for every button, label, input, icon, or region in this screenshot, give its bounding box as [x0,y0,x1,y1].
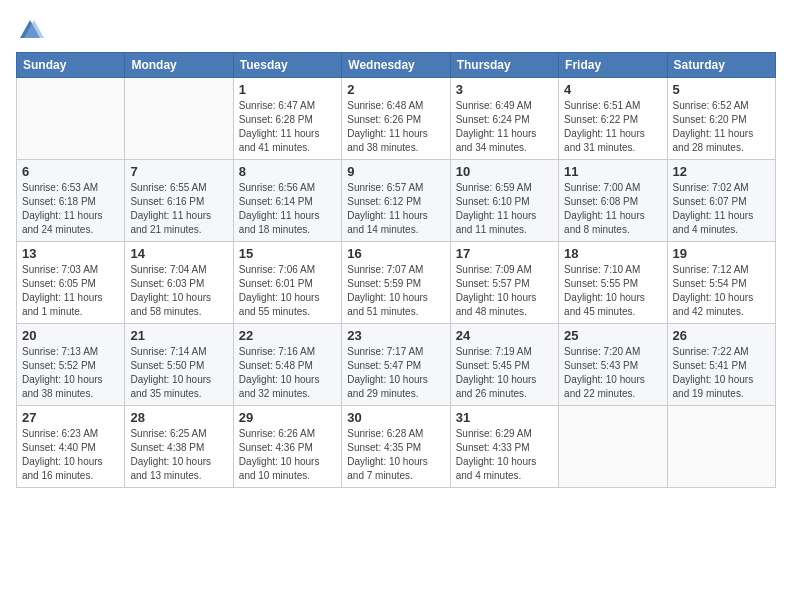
day-header-saturday: Saturday [667,53,775,78]
day-header-wednesday: Wednesday [342,53,450,78]
day-number: 30 [347,410,444,425]
day-number: 16 [347,246,444,261]
day-number: 24 [456,328,553,343]
day-number: 5 [673,82,770,97]
day-number: 1 [239,82,336,97]
day-info: Sunrise: 6:55 AM Sunset: 6:16 PM Dayligh… [130,181,227,237]
calendar-cell: 7Sunrise: 6:55 AM Sunset: 6:16 PM Daylig… [125,160,233,242]
calendar-body: 1Sunrise: 6:47 AM Sunset: 6:28 PM Daylig… [17,78,776,488]
calendar-cell: 19Sunrise: 7:12 AM Sunset: 5:54 PM Dayli… [667,242,775,324]
day-info: Sunrise: 7:10 AM Sunset: 5:55 PM Dayligh… [564,263,661,319]
day-header-thursday: Thursday [450,53,558,78]
day-number: 11 [564,164,661,179]
day-info: Sunrise: 6:59 AM Sunset: 6:10 PM Dayligh… [456,181,553,237]
calendar-week-row: 13Sunrise: 7:03 AM Sunset: 6:05 PM Dayli… [17,242,776,324]
calendar-cell: 31Sunrise: 6:29 AM Sunset: 4:33 PM Dayli… [450,406,558,488]
calendar-cell: 17Sunrise: 7:09 AM Sunset: 5:57 PM Dayli… [450,242,558,324]
day-info: Sunrise: 7:16 AM Sunset: 5:48 PM Dayligh… [239,345,336,401]
day-number: 17 [456,246,553,261]
calendar-table: SundayMondayTuesdayWednesdayThursdayFrid… [16,52,776,488]
calendar-cell: 24Sunrise: 7:19 AM Sunset: 5:45 PM Dayli… [450,324,558,406]
calendar-cell: 10Sunrise: 6:59 AM Sunset: 6:10 PM Dayli… [450,160,558,242]
day-info: Sunrise: 7:03 AM Sunset: 6:05 PM Dayligh… [22,263,119,319]
day-info: Sunrise: 7:14 AM Sunset: 5:50 PM Dayligh… [130,345,227,401]
calendar-week-row: 1Sunrise: 6:47 AM Sunset: 6:28 PM Daylig… [17,78,776,160]
day-header-friday: Friday [559,53,667,78]
logo-icon [16,16,44,44]
day-info: Sunrise: 6:49 AM Sunset: 6:24 PM Dayligh… [456,99,553,155]
calendar-cell: 18Sunrise: 7:10 AM Sunset: 5:55 PM Dayli… [559,242,667,324]
day-number: 15 [239,246,336,261]
day-info: Sunrise: 6:56 AM Sunset: 6:14 PM Dayligh… [239,181,336,237]
calendar-header-row: SundayMondayTuesdayWednesdayThursdayFrid… [17,53,776,78]
calendar-cell [125,78,233,160]
day-info: Sunrise: 6:53 AM Sunset: 6:18 PM Dayligh… [22,181,119,237]
calendar-cell: 29Sunrise: 6:26 AM Sunset: 4:36 PM Dayli… [233,406,341,488]
day-number: 29 [239,410,336,425]
calendar-cell: 16Sunrise: 7:07 AM Sunset: 5:59 PM Dayli… [342,242,450,324]
day-number: 18 [564,246,661,261]
calendar-cell: 3Sunrise: 6:49 AM Sunset: 6:24 PM Daylig… [450,78,558,160]
calendar-cell: 8Sunrise: 6:56 AM Sunset: 6:14 PM Daylig… [233,160,341,242]
calendar-cell: 2Sunrise: 6:48 AM Sunset: 6:26 PM Daylig… [342,78,450,160]
calendar-cell [17,78,125,160]
day-info: Sunrise: 7:07 AM Sunset: 5:59 PM Dayligh… [347,263,444,319]
day-info: Sunrise: 6:51 AM Sunset: 6:22 PM Dayligh… [564,99,661,155]
day-number: 23 [347,328,444,343]
day-number: 31 [456,410,553,425]
logo [16,16,48,44]
day-number: 20 [22,328,119,343]
day-info: Sunrise: 7:06 AM Sunset: 6:01 PM Dayligh… [239,263,336,319]
day-info: Sunrise: 6:47 AM Sunset: 6:28 PM Dayligh… [239,99,336,155]
day-number: 28 [130,410,227,425]
calendar-cell: 28Sunrise: 6:25 AM Sunset: 4:38 PM Dayli… [125,406,233,488]
day-info: Sunrise: 6:29 AM Sunset: 4:33 PM Dayligh… [456,427,553,483]
calendar-cell: 26Sunrise: 7:22 AM Sunset: 5:41 PM Dayli… [667,324,775,406]
day-number: 3 [456,82,553,97]
day-number: 9 [347,164,444,179]
day-info: Sunrise: 7:20 AM Sunset: 5:43 PM Dayligh… [564,345,661,401]
day-info: Sunrise: 7:13 AM Sunset: 5:52 PM Dayligh… [22,345,119,401]
calendar-cell: 15Sunrise: 7:06 AM Sunset: 6:01 PM Dayli… [233,242,341,324]
day-info: Sunrise: 7:02 AM Sunset: 6:07 PM Dayligh… [673,181,770,237]
day-info: Sunrise: 6:25 AM Sunset: 4:38 PM Dayligh… [130,427,227,483]
day-number: 13 [22,246,119,261]
day-info: Sunrise: 7:04 AM Sunset: 6:03 PM Dayligh… [130,263,227,319]
calendar-cell: 5Sunrise: 6:52 AM Sunset: 6:20 PM Daylig… [667,78,775,160]
day-number: 8 [239,164,336,179]
day-number: 14 [130,246,227,261]
day-number: 7 [130,164,227,179]
day-info: Sunrise: 6:28 AM Sunset: 4:35 PM Dayligh… [347,427,444,483]
calendar-cell: 23Sunrise: 7:17 AM Sunset: 5:47 PM Dayli… [342,324,450,406]
calendar-week-row: 20Sunrise: 7:13 AM Sunset: 5:52 PM Dayli… [17,324,776,406]
day-info: Sunrise: 6:57 AM Sunset: 6:12 PM Dayligh… [347,181,444,237]
calendar-cell: 11Sunrise: 7:00 AM Sunset: 6:08 PM Dayli… [559,160,667,242]
day-info: Sunrise: 7:09 AM Sunset: 5:57 PM Dayligh… [456,263,553,319]
day-number: 25 [564,328,661,343]
day-number: 26 [673,328,770,343]
day-info: Sunrise: 7:00 AM Sunset: 6:08 PM Dayligh… [564,181,661,237]
day-info: Sunrise: 7:17 AM Sunset: 5:47 PM Dayligh… [347,345,444,401]
calendar-cell: 22Sunrise: 7:16 AM Sunset: 5:48 PM Dayli… [233,324,341,406]
day-info: Sunrise: 7:19 AM Sunset: 5:45 PM Dayligh… [456,345,553,401]
day-number: 4 [564,82,661,97]
calendar-cell: 20Sunrise: 7:13 AM Sunset: 5:52 PM Dayli… [17,324,125,406]
calendar-cell: 4Sunrise: 6:51 AM Sunset: 6:22 PM Daylig… [559,78,667,160]
calendar-cell: 13Sunrise: 7:03 AM Sunset: 6:05 PM Dayli… [17,242,125,324]
day-info: Sunrise: 6:52 AM Sunset: 6:20 PM Dayligh… [673,99,770,155]
calendar-cell [667,406,775,488]
day-info: Sunrise: 7:12 AM Sunset: 5:54 PM Dayligh… [673,263,770,319]
calendar-week-row: 27Sunrise: 6:23 AM Sunset: 4:40 PM Dayli… [17,406,776,488]
day-number: 22 [239,328,336,343]
day-info: Sunrise: 6:26 AM Sunset: 4:36 PM Dayligh… [239,427,336,483]
day-header-tuesday: Tuesday [233,53,341,78]
calendar-cell: 21Sunrise: 7:14 AM Sunset: 5:50 PM Dayli… [125,324,233,406]
calendar-cell [559,406,667,488]
calendar-cell: 30Sunrise: 6:28 AM Sunset: 4:35 PM Dayli… [342,406,450,488]
day-header-sunday: Sunday [17,53,125,78]
day-number: 10 [456,164,553,179]
day-info: Sunrise: 6:23 AM Sunset: 4:40 PM Dayligh… [22,427,119,483]
calendar-cell: 14Sunrise: 7:04 AM Sunset: 6:03 PM Dayli… [125,242,233,324]
day-number: 6 [22,164,119,179]
day-number: 21 [130,328,227,343]
